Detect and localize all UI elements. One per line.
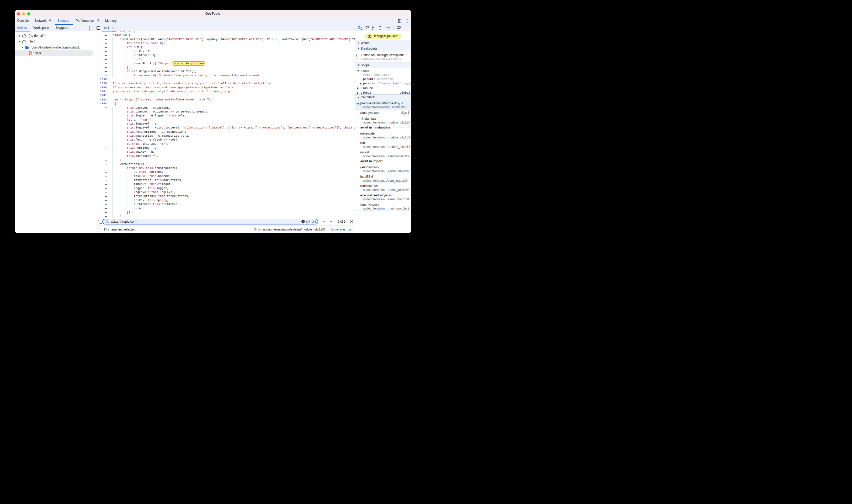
svg-text:B: B bbox=[100, 222, 102, 224]
svg-text:A: A bbox=[97, 219, 99, 221]
